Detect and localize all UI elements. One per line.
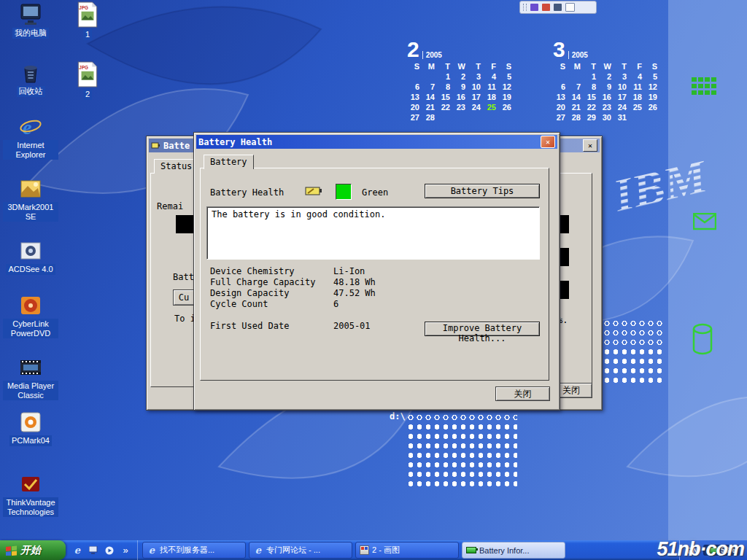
close-icon[interactable]: ✕ (583, 139, 597, 152)
calendar-day: 22 (584, 102, 599, 112)
calendar-day: 27 (553, 112, 568, 122)
detail-row: Full Charge Capacity 48.18 Wh (201, 277, 549, 288)
desktop-icon-recycle-bin[interactable]: 回收站 (3, 61, 58, 97)
calendar-day: 15 (438, 92, 453, 102)
calendar-day: 7 (568, 82, 584, 92)
file-jpg-2[interactable]: JPG 2 (67, 61, 108, 100)
calendar-weekday: S (407, 61, 422, 71)
dialog-title: Battery Health (198, 137, 541, 147)
task-icon (253, 545, 263, 556)
calendar-day: 5 (499, 71, 514, 82)
detail-row: Design Capacity 47.52 Wh (201, 288, 549, 299)
dots-grid-right-filled (594, 347, 664, 385)
detail-label: Full Charge Capacity (210, 277, 316, 287)
detail-row: Cycle Count 6 (201, 299, 549, 310)
detail-label: Cycle Count (210, 299, 268, 309)
calendar-day: 19 (645, 92, 660, 102)
calendar-day: 25 (630, 102, 645, 112)
pcmark-icon (19, 411, 42, 434)
calendar-year: 2005 (568, 51, 588, 59)
calendar-header: 2 2005 (407, 40, 514, 59)
keyboard-icon[interactable] (565, 3, 575, 12)
quick-launch: » (66, 540, 138, 560)
calendar-march: 3 2005 SMTWTFS 1234567891011121314151617… (553, 40, 660, 122)
thinkvantage-icon (19, 472, 42, 496)
desktop-icon-my-computer[interactable]: 我的电脑 (3, 3, 58, 39)
task-button[interactable]: 专门网论坛 - ... (249, 542, 352, 559)
calendar-day (568, 71, 584, 82)
media-player-classic-icon (19, 356, 42, 379)
calendar-day: 15 (584, 92, 599, 102)
start-button[interactable]: 开始 (0, 540, 66, 560)
calendar-day: 3 (614, 71, 630, 82)
battery-tips-button[interactable]: Battery Tips (425, 184, 540, 198)
calendar-day: 13 (407, 92, 422, 102)
windows-flag-icon (6, 545, 18, 556)
calendar-day: 11 (484, 82, 499, 92)
icon-label: Media Player Classic (3, 381, 58, 400)
media-player-quick-launch-icon[interactable] (104, 545, 115, 556)
chevron-overflow-icon[interactable]: » (120, 545, 131, 556)
table-icon (692, 77, 718, 101)
calendar-day: 28 (422, 112, 438, 122)
calendar-day: 19 (499, 92, 514, 102)
volume-icon[interactable] (530, 4, 538, 11)
battery-health-label: Battery Health (210, 187, 284, 198)
file-label: 1 (83, 29, 92, 40)
51nb-watermark: 51nb·com (657, 538, 744, 560)
calendar-day: 10 (468, 82, 484, 92)
ie-quick-launch-icon[interactable] (71, 545, 83, 556)
calendar-day: 14 (422, 92, 438, 102)
calendar-day: 30 (599, 112, 614, 122)
task-icon (466, 547, 476, 553)
svg-text:JPG: JPG (79, 5, 88, 10)
calendar-weekdays: SMTWTFS (553, 61, 660, 71)
close-icon[interactable]: ✕ (541, 136, 555, 148)
task-button[interactable]: 2 - 画图 (355, 542, 459, 559)
show-desktop-icon[interactable] (88, 545, 99, 556)
calendar-weekday: W (599, 61, 614, 71)
file-jpg-1[interactable]: JPG 1 (67, 1, 108, 40)
desktop-icon-internet-explorer[interactable]: e Internet Explorer (3, 115, 58, 160)
calendar-day: 20 (553, 102, 568, 112)
status-icon[interactable] (542, 4, 550, 11)
desktop-icon-3dmark2001[interactable]: 3DMark2001 SE (3, 177, 58, 222)
detail-value: 47.52 Wh (333, 288, 376, 298)
tab-battery[interactable]: Battery (204, 155, 254, 169)
calendar-weekday: T (438, 61, 453, 71)
calendar-day: 26 (645, 102, 660, 112)
calendar-february: 2 2005 SMTWTFS 1234567891011121314151617… (407, 40, 514, 122)
tab-status[interactable]: Status (154, 159, 198, 174)
condition-textbox[interactable]: The battery is in good condition. (206, 206, 540, 260)
calendar-day: 16 (453, 92, 468, 102)
task-button[interactable]: Battery Infor... (462, 542, 565, 559)
desktop-icon-thinkvantage[interactable]: ThinkVantage Technologies (3, 472, 58, 517)
desktop-icon-acdsee[interactable]: ACDSee 4.0 (3, 239, 58, 275)
toolbar-grip[interactable] (523, 4, 527, 11)
calendar-day: 25 (484, 102, 499, 112)
close-button[interactable]: 关闭 (495, 386, 550, 401)
calendar-day: 2 (453, 71, 468, 82)
detail-value: 6 (333, 299, 338, 309)
battery-icon (305, 186, 323, 196)
desktop-icon-pcmark04[interactable]: PCMark04 (3, 411, 58, 446)
icon-label: ACDSee 4.0 (6, 264, 55, 275)
icon-label: ThinkVantage Technologies (3, 497, 58, 517)
icon-label: PCMark04 (9, 435, 52, 446)
calendar-day: 12 (645, 82, 660, 92)
tray-mini-toolbar[interactable] (519, 1, 597, 14)
calendar-weekday: S (645, 61, 660, 71)
calendar-day (407, 71, 422, 82)
task-button[interactable]: 找不到服务器... (142, 542, 246, 559)
svg-text:IBM: IBM (608, 149, 713, 222)
detail-value: Li-Ion (333, 266, 365, 276)
calendar-day: 10 (614, 82, 630, 92)
calendar-day: 18 (630, 92, 645, 102)
display-icon[interactable] (554, 4, 562, 11)
battery-health-dialog[interactable]: Battery Health ✕ Battery Battery Health … (193, 132, 560, 411)
improve-battery-health-button[interactable]: Improve Battery Health... (425, 322, 540, 336)
desktop-icon-powerdvd[interactable]: CyberLink PowerDVD (3, 294, 58, 338)
desktop-icon-media-player-classic[interactable]: Media Player Classic (3, 356, 58, 400)
current-button[interactable]: Cu (173, 289, 195, 306)
title-bar[interactable]: Battery Health ✕ (196, 135, 557, 149)
